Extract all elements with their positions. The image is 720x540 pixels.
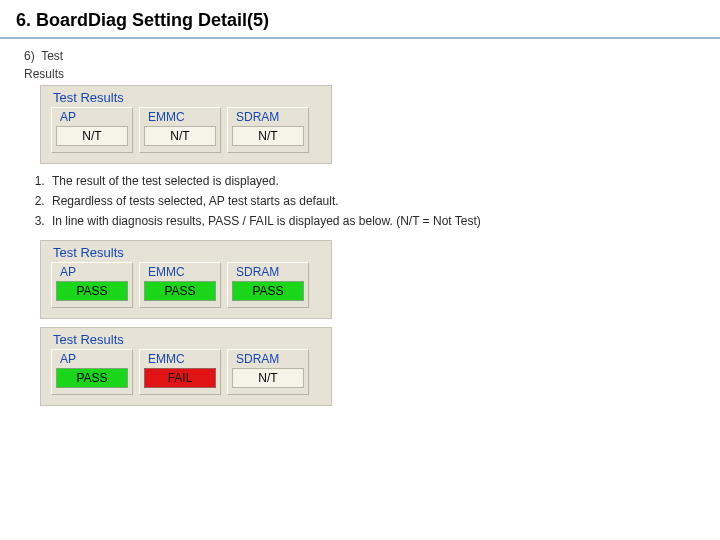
result-cell-ap: AP N/T <box>51 107 133 153</box>
notes-list: The result of the test selected is displ… <box>48 174 706 228</box>
page: 6. BoardDiag Setting Detail(5) 6) Test R… <box>0 0 720 406</box>
result-cell-ap: AP PASS <box>51 262 133 308</box>
col-head: EMMC <box>144 263 216 281</box>
result-value: N/T <box>232 368 304 388</box>
col-head: EMMC <box>144 108 216 126</box>
list-item: The result of the test selected is displ… <box>48 174 706 188</box>
result-value: PASS <box>56 281 128 301</box>
result-cell-sdram: SDRAM N/T <box>227 107 309 153</box>
panel-title: Test Results <box>51 332 321 347</box>
result-value: N/T <box>144 126 216 146</box>
panel-mix-wrap: Test Results AP PASS EMMC FAIL SDRAM N/T <box>40 327 706 406</box>
list-item: In line with diagnosis results, PASS / F… <box>48 214 706 228</box>
result-columns: AP N/T EMMC N/T SDRAM N/T <box>51 107 321 153</box>
col-head: AP <box>56 108 128 126</box>
section-sublabel: Results <box>24 67 706 81</box>
section-index: 6) <box>24 49 35 63</box>
panel-nt-wrap: Test Results AP N/T EMMC N/T SDRAM N/T <box>40 85 706 164</box>
col-head: AP <box>56 350 128 368</box>
col-head: SDRAM <box>232 263 304 281</box>
result-cell-ap: AP PASS <box>51 349 133 395</box>
test-results-panel-mix: Test Results AP PASS EMMC FAIL SDRAM N/T <box>40 327 332 406</box>
body: 6) Test Results Test Results AP N/T EMMC… <box>14 49 706 406</box>
result-cell-emmc: EMMC FAIL <box>139 349 221 395</box>
result-cell-sdram: SDRAM N/T <box>227 349 309 395</box>
result-value: PASS <box>232 281 304 301</box>
result-value: PASS <box>56 368 128 388</box>
col-head: AP <box>56 263 128 281</box>
list-item: Regardless of tests selected, AP test st… <box>48 194 706 208</box>
col-head: SDRAM <box>232 350 304 368</box>
section-index-label: 6) Test <box>24 49 706 63</box>
result-cell-sdram: SDRAM PASS <box>227 262 309 308</box>
col-head: SDRAM <box>232 108 304 126</box>
result-value: N/T <box>56 126 128 146</box>
result-cell-emmc: EMMC PASS <box>139 262 221 308</box>
title-rule <box>0 37 720 39</box>
result-value: N/T <box>232 126 304 146</box>
test-results-panel-nt: Test Results AP N/T EMMC N/T SDRAM N/T <box>40 85 332 164</box>
panel-title: Test Results <box>51 245 321 260</box>
result-value: FAIL <box>144 368 216 388</box>
col-head: EMMC <box>144 350 216 368</box>
result-cell-emmc: EMMC N/T <box>139 107 221 153</box>
result-columns: AP PASS EMMC FAIL SDRAM N/T <box>51 349 321 395</box>
section-label: Test <box>41 49 63 63</box>
page-title: 6. BoardDiag Setting Detail(5) <box>14 8 706 37</box>
test-results-panel-pass: Test Results AP PASS EMMC PASS SDRAM PAS… <box>40 240 332 319</box>
result-value: PASS <box>144 281 216 301</box>
panel-title: Test Results <box>51 90 321 105</box>
panel-pass-wrap: Test Results AP PASS EMMC PASS SDRAM PAS… <box>40 240 706 319</box>
result-columns: AP PASS EMMC PASS SDRAM PASS <box>51 262 321 308</box>
